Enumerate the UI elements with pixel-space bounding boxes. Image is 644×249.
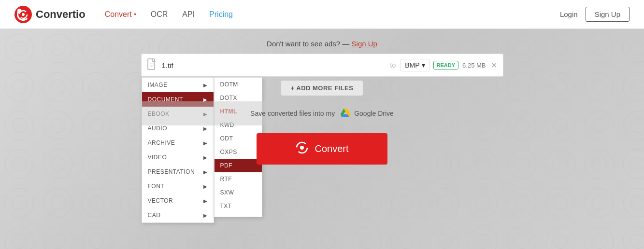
category-item-video[interactable]: VIDEO▶ [142,150,214,165]
format-option-oxps[interactable]: OXPS [215,145,262,159]
arrow-icon: ▶ [203,140,208,146]
signup-button[interactable]: Sign Up [586,7,630,22]
nav-pricing[interactable]: Pricing [209,10,233,19]
format-option-pdf[interactable]: PDF [215,159,262,172]
svg-point-0 [19,11,27,18]
convert-icon [295,141,309,157]
ready-badge: READY [433,61,459,69]
save-text: Save converted files into my [250,110,335,117]
svg-rect-5 [148,59,155,69]
arrow-icon: ▶ [203,155,208,160]
format-option-wps[interactable]: WPS [215,213,262,217]
category-item-cad[interactable]: CAD▶ [142,208,214,222]
login-button[interactable]: Login [560,10,578,18]
chevron-down-icon: ▾ [134,12,136,17]
format-option-sxw[interactable]: SXW [215,186,262,199]
logo[interactable]: Convertio [14,6,86,23]
logo-text: Convertio [36,8,86,21]
file-icon [147,58,157,72]
add-files-row: + ADD MORE FILES [141,81,503,96]
convert-label: Convert [315,143,348,154]
file-name: 1.tif [162,61,386,69]
remove-file-button[interactable]: ✕ [491,61,497,70]
arrow-icon: ▶ [203,169,208,175]
arrow-icon: ▶ [203,213,208,218]
google-drive-icon [340,108,351,119]
format-option-rtf[interactable]: RTF [215,172,262,186]
convert-button[interactable]: Convert [257,133,387,165]
main-background: Don't want to see ads? — Sign Up 1.tif t… [0,29,644,249]
category-item-archive[interactable]: ARCHIVE▶ [142,136,214,150]
nav-api[interactable]: API [182,10,195,19]
file-size: 6.25 MB [462,62,486,69]
format-dropdown[interactable]: BMP ▾ [401,59,429,71]
arrow-icon: ▶ [203,184,208,189]
chevron-down-icon: ▾ [422,61,425,69]
format-option-txt[interactable]: TXT [215,199,262,213]
to-label: to [390,61,396,69]
svg-point-10 [300,146,304,150]
google-drive-label: Google Drive [354,110,394,117]
arrow-icon: ▶ [203,126,208,131]
format-category-menu: IMAGE▶DOCUMENT▶EBOOK▶AUDIO▶ARCHIVE▶VIDEO… [142,77,214,223]
format-dropdown-menu: IMAGE▶DOCUMENT▶EBOOK▶AUDIO▶ARCHIVE▶VIDEO… [142,77,262,223]
category-item-font[interactable]: FONT▶ [142,179,214,194]
svg-point-1 [22,13,25,16]
header: Convertio Convert ▾ OCR API Pricing Logi… [0,0,644,29]
logo-icon [14,6,32,23]
header-auth: Login Sign Up [560,7,630,22]
format-option-odt[interactable]: ODT [215,132,262,145]
format-value: BMP [405,61,419,69]
main-nav: Convert ▾ OCR API Pricing [105,10,560,19]
convert-button-wrapper: Convert [257,133,387,165]
category-item-presentation[interactable]: PRESENTATION▶ [142,165,214,179]
file-row: 1.tif to BMP ▾ READY 6.25 MB ✕ IMAGE▶DOC… [141,54,503,77]
save-row: Save converted files into my Google Driv… [141,101,503,125]
category-item-vector[interactable]: VECTOR▶ [142,194,214,208]
nav-ocr[interactable]: OCR [151,10,168,19]
nav-convert[interactable]: Convert ▾ [105,10,136,19]
google-drive-option[interactable]: Google Drive [340,108,394,119]
arrow-icon: ▶ [203,198,208,204]
format-options-menu: DOTMDOTXHTMLKWDODTOXPSPDFRTFSXWTXTWPSXLS… [214,77,262,217]
add-files-button[interactable]: + ADD MORE FILES [281,81,363,96]
